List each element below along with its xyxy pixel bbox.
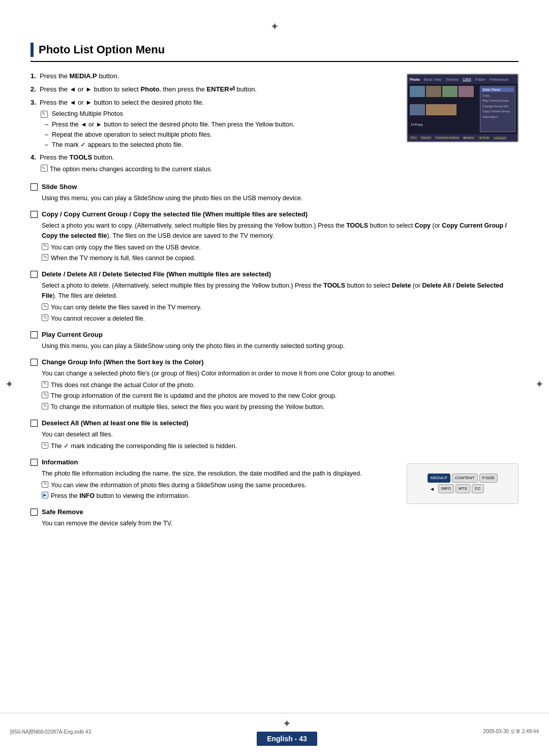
section-slide-show-body: Using this menu, you can play a SlideSho…: [42, 193, 518, 203]
note-icon-info-2-blue: ▶: [42, 492, 48, 498]
section-play-group-header: Play Current Group: [30, 331, 518, 338]
section-deselect-title: Deselect All (When at least one file is …: [42, 419, 189, 427]
section-copy-body: Select a photo you want to copy. (Altern…: [42, 220, 518, 264]
section-information-body: The photo file information including the…: [42, 468, 396, 501]
sub-item-1: Press the ◄ or ► button to select the de…: [45, 119, 396, 130]
note-selecting-text: Selecting Multiple Photos: [52, 110, 123, 117]
step2-num: 2.: [30, 85, 36, 93]
note-icon-group-1: ✎: [42, 381, 48, 388]
tv-inner: Photo Basic View Timeline Color Folder P…: [408, 75, 517, 141]
checkbox-deselect: [30, 420, 38, 427]
tv-menu-info: Information: [481, 114, 514, 119]
note-icon-copy-1: ✎: [42, 243, 48, 250]
tv-btn-device: Device: [420, 136, 432, 139]
step2-bold-enter: ENTER⏎: [207, 85, 235, 93]
tv-menu-panel: Slide Show Copy Play Current Group Chang…: [480, 86, 515, 132]
section-play-group-body: Using this menu, you can play a SlideSho…: [42, 341, 518, 351]
tv-thumb-4: [459, 86, 474, 97]
step-4: 4. Press the TOOLS button.: [30, 152, 396, 163]
remote-display: MEDIA.P CONTENT P.SIZE ◄ INFO MTS CC: [407, 463, 518, 504]
note-info-1: ✎ You can view the information of photo …: [42, 481, 396, 490]
remote-arrow: ◄: [428, 486, 437, 492]
remote-top-row: MEDIA.P CONTENT P.SIZE ◄ INFO MTS CC: [428, 474, 498, 494]
tv-menu-copy-group: Copy Current Group: [481, 109, 514, 114]
remote-row-2-inner: ◄ INFO MTS CC: [428, 484, 498, 493]
section-delete-title: Delete / Delete All / Delete Selected Fi…: [42, 270, 271, 278]
remote-image-container: MEDIA.P CONTENT P.SIZE ◄ INFO MTS CC: [407, 458, 518, 536]
sub-item-3: The mark ✓ appears to the selected photo…: [45, 140, 396, 150]
page-footer: [650-NA]BN68-02097A-Eng.indb 43 ✦ Englis…: [0, 713, 549, 746]
tv-content-area: 1234.jpg Slide Show Copy Play Current Gr…: [408, 84, 517, 134]
note-icon-delete-2: ✎: [42, 314, 48, 321]
footer-page-label: English - 43: [257, 732, 317, 746]
section-information-header: Information: [30, 458, 396, 466]
footer-left-text: [650-NA]BN68-02097A-Eng.indb 43: [10, 729, 91, 735]
step3-num: 3.: [30, 99, 36, 106]
section-change-group-body: You can change a selected photo file's (…: [42, 368, 518, 412]
section-delete: Delete / Delete All / Delete Selected Fi…: [30, 270, 518, 324]
note-copy-1-text: You can only copy the files saved on the…: [51, 243, 201, 253]
section-change-group: Change Group Info (When the Sort key is …: [30, 358, 518, 412]
checkbox-play-group: [30, 331, 38, 338]
page-title-section: Photo List Option Menu: [30, 43, 518, 62]
step4-note-icon: [41, 165, 48, 172]
tv-display: Photo Basic View Timeline Color Folder P…: [407, 74, 518, 142]
tv-btn-return: ↩Return: [493, 136, 507, 140]
tv-menu-title: Slide Show: [481, 87, 514, 92]
two-col-bottom: Information The photo file information i…: [30, 458, 518, 536]
note-info-2-text: Press the INFO button to viewing the inf…: [51, 491, 190, 501]
note-copy-1: ✎ You can only copy the files saved on t…: [42, 243, 518, 253]
tv-menu-play: Play Current Group: [481, 98, 514, 103]
section-deselect: Deselect All (When at least one file is …: [30, 419, 518, 451]
step-1: 1. Press the MEDIA.P button.: [30, 71, 396, 82]
note-delete-1-text: You can only delete the files saved in t…: [51, 303, 201, 312]
step1-bold: MEDIA.P: [70, 72, 97, 80]
section-play-group: Play Current Group Using this menu, you …: [30, 331, 518, 351]
note-icon-group-3: ✎: [42, 403, 48, 410]
note-deselect-1: ✎ The ✓ mark indicating the correspondin…: [42, 442, 518, 451]
remote-btn-psize: P.SIZE: [479, 474, 498, 483]
note-icon-copy-2: ✎: [42, 254, 48, 261]
tv-bottom-bar: ALL Device Favorites Setting ■Select ▲To…: [408, 134, 517, 141]
tv-tab-timeline: Timeline: [445, 78, 459, 81]
note-group-3-text: To change the information of multiple fi…: [51, 402, 325, 412]
step1-num: 1.: [30, 72, 36, 80]
tv-tab-basicview: Basic View: [424, 78, 441, 81]
bottom-left-content: Information The photo file information i…: [30, 458, 396, 536]
section-deselect-body: You can deselect all files. ✎ The ✓ mark…: [42, 429, 518, 451]
remote-btn-content: CONTENT: [452, 474, 478, 483]
note-deselect-1-text: The ✓ mark indicating the corresponding …: [51, 442, 237, 451]
remote-btn-mediap: MEDIA.P: [428, 474, 450, 483]
section-copy: Copy / Copy Current Group / Copy the sel…: [30, 210, 518, 264]
section-slide-show: Slide Show Using this menu, you can play…: [30, 183, 518, 203]
tv-tab-photo: Photo: [410, 78, 420, 81]
checkbox-change-group: [30, 359, 38, 366]
section-safe-remove-header: Safe Remove: [30, 508, 396, 516]
section-delete-body: Select a photo to delete. (Alternatively…: [42, 280, 518, 324]
sub-item-2: Repeat the above operation to select mul…: [45, 130, 396, 140]
tv-thumb-2: [426, 86, 441, 97]
note-group-2-text: The group information of the current fil…: [51, 391, 337, 401]
note-icon-group-2: ✎: [42, 392, 48, 398]
tv-tab-folder: Folder: [475, 78, 485, 81]
remote-row-1: MEDIA.P CONTENT P.SIZE: [428, 474, 498, 483]
note-copy-2-text: When the TV memory is full, files cannot…: [51, 254, 196, 263]
section-deselect-header: Deselect All (When at least one file is …: [30, 419, 518, 427]
section-delete-header: Delete / Delete All / Delete Selected Fi…: [30, 270, 518, 278]
step4-note-text: The option menu changes according to the…: [50, 165, 212, 174]
note-info-2: ▶ Press the INFO button to viewing the i…: [42, 491, 396, 501]
note-delete-1: ✎ You can only delete the files saved in…: [42, 303, 518, 312]
section-copy-title: Copy / Copy Current Group / Copy the sel…: [42, 210, 308, 218]
tv-btn-fav: Favorites Setting: [435, 136, 460, 139]
title-bar-decoration: [30, 43, 34, 57]
remote-btn-mts: MTS: [455, 484, 470, 493]
note-delete-2: ✎ You cannot recover a deleted file.: [42, 314, 518, 324]
sections-area: Slide Show Using this menu, you can play…: [30, 183, 518, 536]
checkbox-information: [30, 459, 38, 466]
tv-thumb-3: [442, 86, 458, 97]
left-compass-icon: ✦: [5, 378, 14, 390]
step-3: 3. Press the ◄ or ► button to select the…: [30, 98, 396, 108]
right-compass-icon: ✦: [535, 378, 544, 390]
tv-tab-pref: Preferences: [490, 78, 509, 81]
footer-right-text: 2009-03-30 오후 2:49:44: [483, 728, 539, 735]
